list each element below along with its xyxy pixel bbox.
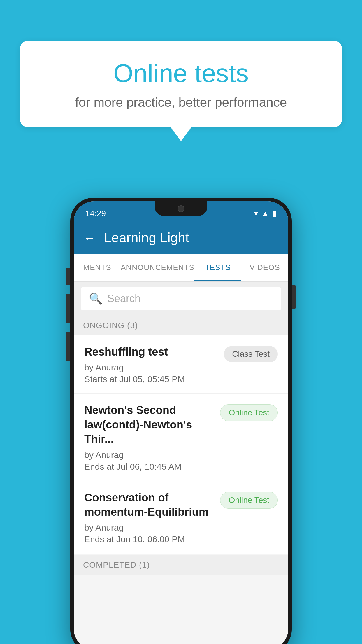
back-button[interactable]: ← [83,230,96,245]
app-bar-title: Learning Light [104,230,189,246]
search-icon: 🔍 [89,292,103,305]
test-2-date: Ends at Jul 06, 10:45 AM [84,462,215,472]
search-bar-container: 🔍 Search [74,282,288,316]
test-2-title: Newton's Second law(contd)-Newton's Thir… [84,403,215,446]
test-1-title: Reshuffling test [84,345,219,359]
phone-vol-down-button [66,332,70,361]
tabs-bar: MENTS ANNOUNCEMENTS TESTS VIDEOS [74,254,288,282]
test-item-2-content: Newton's Second law(contd)-Newton's Thir… [84,403,215,471]
battery-icon: ▮ [273,209,277,218]
status-icons: ▾ ▲ ▮ [254,209,277,218]
test-2-badge: Online Test [220,404,278,421]
test-3-author: by Anurag [84,523,215,533]
test-1-badge: Class Test [224,346,278,362]
completed-section-header: COMPLETED (1) [74,555,288,575]
test-1-author: by Anurag [84,363,219,372]
status-time: 14:29 [85,209,106,218]
search-placeholder: Search [107,293,140,305]
speech-bubble-section: Online tests for more practice, better p… [20,41,342,141]
phone-frame: 14:29 ▾ ▲ ▮ ← Learning Light MENTS ANNOU… [70,198,292,644]
test-3-title: Conservation of momentum-Equilibrium [84,491,215,519]
test-list: Reshuffling test by Anurag Starts at Jul… [74,335,288,554]
tab-ments[interactable]: MENTS [74,254,121,281]
speech-bubble-title: Online tests [43,58,319,88]
test-item-3[interactable]: Conservation of momentum-Equilibrium by … [74,481,288,554]
test-item-2[interactable]: Newton's Second law(contd)-Newton's Thir… [74,394,288,481]
test-item-1-content: Reshuffling test by Anurag Starts at Jul… [84,345,219,384]
phone-camera [178,205,184,212]
test-3-badge: Online Test [220,492,278,509]
wifi-icon: ▾ [254,209,258,218]
test-item-1[interactable]: Reshuffling test by Anurag Starts at Jul… [74,335,288,394]
phone-silent-button [66,268,70,285]
ongoing-section-header: ONGOING (3) [74,316,288,335]
test-item-3-content: Conservation of momentum-Equilibrium by … [84,491,215,545]
tab-announcements[interactable]: ANNOUNCEMENTS [121,254,194,281]
speech-bubble-subtitle: for more practice, better performance [43,95,319,110]
phone-vol-up-button [66,294,70,323]
tab-tests[interactable]: TESTS [194,254,241,281]
test-2-author: by Anurag [84,450,215,460]
speech-bubble: Online tests for more practice, better p… [20,41,342,127]
phone-screen: 14:29 ▾ ▲ ▮ ← Learning Light MENTS ANNOU… [74,201,288,644]
search-input-wrapper[interactable]: 🔍 Search [81,287,281,310]
speech-bubble-arrow [171,127,191,141]
tab-videos[interactable]: VIDEOS [241,254,288,281]
signal-icon: ▲ [261,209,269,218]
app-bar: ← Learning Light [74,222,288,254]
test-3-date: Ends at Jun 10, 06:00 PM [84,534,215,544]
test-1-date: Starts at Jul 05, 05:45 PM [84,374,219,384]
phone-notch [155,201,207,216]
phone-power-button [292,285,296,309]
